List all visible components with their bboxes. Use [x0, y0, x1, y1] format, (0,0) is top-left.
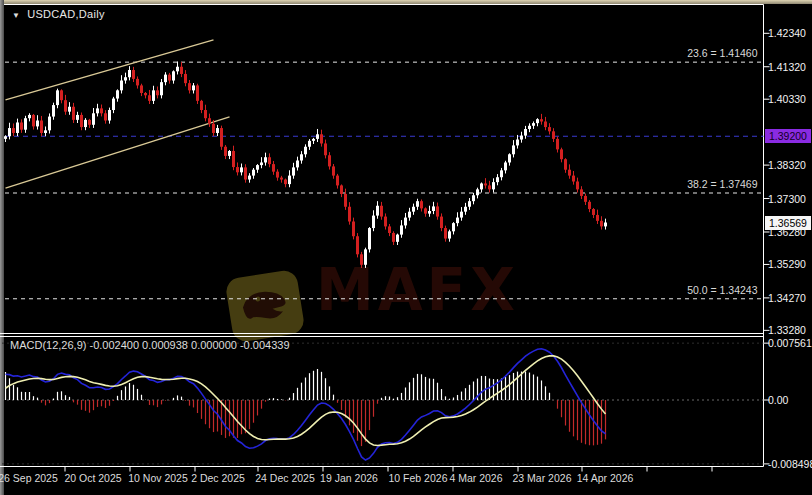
- candle-bear: [80, 115, 83, 127]
- candle-bull: [172, 71, 175, 80]
- candle-bear: [544, 121, 547, 127]
- candle-bear: [380, 206, 383, 217]
- candle-bull: [292, 167, 295, 175]
- candle-bull: [296, 161, 299, 168]
- candle-bear: [268, 157, 271, 164]
- candle-bear: [104, 113, 107, 120]
- candle-bull: [4, 136, 7, 139]
- candle-bull: [520, 136, 523, 140]
- candle-bull: [468, 201, 471, 207]
- candle-bull: [16, 122, 19, 132]
- candle-bull: [416, 201, 419, 207]
- candle-bear: [20, 122, 23, 129]
- candle-bear: [336, 176, 339, 186]
- candle-bear: [236, 167, 239, 172]
- candle-bear: [224, 147, 227, 156]
- candle-bull: [448, 231, 451, 238]
- candle-bull: [96, 108, 99, 113]
- candle-bull: [480, 183, 483, 189]
- candle-bull: [28, 115, 31, 118]
- x-axis-label: 19 Jan 2026: [309, 472, 389, 484]
- fib-label-236: 23.6 = 1.41460: [578, 47, 758, 59]
- candle-bear: [328, 155, 331, 166]
- candle-bull: [372, 216, 375, 228]
- candle-bear: [356, 236, 359, 254]
- candle-bear: [340, 185, 343, 194]
- candle-bull: [264, 157, 267, 162]
- candle-bull: [52, 105, 55, 116]
- main-chart[interactable]: [0, 0, 812, 495]
- candle-bear: [320, 134, 323, 143]
- macd-axis-label: 0.00: [768, 394, 788, 406]
- candle-bear: [484, 183, 487, 185]
- candle-bull: [404, 218, 407, 226]
- candle-bear: [60, 90, 63, 100]
- candle-bull: [256, 165, 259, 170]
- candle-bear: [548, 127, 551, 131]
- candle-bull: [24, 118, 27, 129]
- candle-bull: [160, 82, 163, 95]
- candle-bull: [36, 121, 39, 127]
- candle-bear: [384, 217, 387, 227]
- candle-bull: [240, 167, 243, 172]
- fib-label-382: 38.2 = 1.37469: [578, 178, 758, 190]
- candle-bear: [208, 118, 211, 124]
- candle-bull: [8, 128, 11, 136]
- candle-bull: [532, 123, 535, 126]
- candle-bull: [524, 129, 527, 136]
- macd-line: [6, 349, 606, 460]
- candle-bear: [204, 110, 207, 118]
- candle-bear: [100, 108, 103, 113]
- candle-bull: [164, 75, 167, 83]
- candle-bull: [120, 81, 123, 91]
- candle-bear: [200, 101, 203, 110]
- candle-bull: [376, 206, 379, 216]
- candle-bear: [136, 79, 139, 86]
- fib-label-500: 50.0 = 1.34243: [578, 284, 758, 296]
- candle-bull: [248, 176, 251, 180]
- candle-bear: [580, 189, 583, 196]
- candle-bear: [540, 119, 543, 121]
- candle-bull: [604, 223, 607, 227]
- candle-bear: [600, 221, 603, 227]
- candle-bull: [396, 235, 399, 242]
- symbol-dropdown-icon[interactable]: ▼: [12, 11, 20, 20]
- candle-bull: [504, 162, 507, 170]
- candle-bear: [156, 90, 159, 95]
- macd-name: MACD(12,26,9): [10, 339, 86, 351]
- candle-bull: [108, 110, 111, 120]
- candle-bear: [64, 100, 67, 111]
- candle-bull: [508, 154, 511, 162]
- candle-bull: [452, 223, 455, 231]
- candle-bear: [12, 128, 15, 133]
- candle-bull: [128, 70, 131, 77]
- x-axis-label: 14 Apr 2026: [565, 472, 645, 484]
- candle-bull: [472, 195, 475, 201]
- candle-bull: [316, 134, 319, 139]
- candle-bear: [440, 217, 443, 228]
- candle-bull: [260, 162, 263, 165]
- candle-bear: [184, 74, 187, 83]
- candle-bear: [424, 208, 427, 213]
- candle-bear: [436, 206, 439, 216]
- candle-bear: [196, 85, 199, 100]
- candle-bear: [420, 201, 423, 208]
- candle-bear: [140, 85, 143, 93]
- macd-label: MACD(12,26,9) -0.002400 0.000938 0.00000…: [10, 339, 290, 351]
- candle-bull: [528, 126, 531, 129]
- candle-bear: [588, 202, 591, 209]
- candle-bear: [352, 221, 355, 236]
- candle-bull: [312, 139, 315, 141]
- signal-line: [6, 356, 606, 446]
- candle-bear: [88, 120, 91, 125]
- y-axis-label: 1.41320: [768, 61, 806, 73]
- candle-bear: [32, 115, 35, 126]
- candle-bear: [560, 149, 563, 159]
- candle-bear: [168, 75, 171, 81]
- candle-bull: [300, 154, 303, 160]
- candle-bear: [272, 164, 275, 172]
- candle-bull: [428, 211, 431, 214]
- candle-bull: [152, 90, 155, 100]
- candle-bear: [232, 151, 235, 167]
- y-axis-label: 1.34270: [768, 292, 806, 304]
